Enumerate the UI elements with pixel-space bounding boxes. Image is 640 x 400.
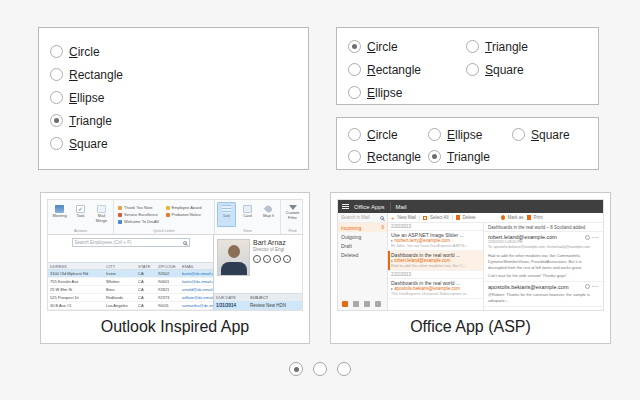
due-task-row: 1/31/2014 Review New HDN xyxy=(214,301,302,310)
mail-list-pane: 2/20/2013 Use an ASP.NET Image Slider ..… xyxy=(388,223,484,310)
radio-option[interactable]: Rectangle xyxy=(348,145,428,168)
pager-dot[interactable] xyxy=(289,362,303,376)
mail-merge-icon xyxy=(97,205,106,213)
radio-button-icon xyxy=(466,40,479,53)
radio-option[interactable]: Triangle xyxy=(466,35,598,58)
demo-card-outlook-inspired-app[interactable]: Meeting Task Mail Merge Actions xyxy=(40,192,310,344)
radio-button-icon xyxy=(50,137,63,150)
ribbon-button-task: Task xyxy=(71,202,90,227)
office-app-screenshot: Office Apps Mail Search in Mail Incoming xyxy=(337,199,604,311)
record-icon xyxy=(253,255,261,263)
radio-button-icon xyxy=(50,68,63,81)
quick-letter-item: Employee Award xyxy=(166,204,211,211)
ribbon-button-meeting: Meeting xyxy=(50,202,69,227)
ribbon-group-caption: Quick Letter xyxy=(116,227,212,234)
radio-option[interactable]: Square xyxy=(512,123,598,146)
radio-option[interactable]: Rectangle xyxy=(50,63,308,86)
date-group-row: 2/20/2013 xyxy=(388,223,483,231)
mail-list-item: Dashboards in the real world ... robert.… xyxy=(388,251,483,271)
notice-icon xyxy=(166,213,170,217)
employee-table-rows: 3100 Old Mphurst Rd Irvine CA 92602 bart… xyxy=(48,270,213,310)
pager-dot[interactable] xyxy=(313,362,327,376)
radio-option[interactable]: Ellipse xyxy=(50,86,308,109)
search-in-mail-input: Search in Mail xyxy=(338,213,387,223)
radio-option[interactable]: Triangle xyxy=(50,109,308,132)
radio-column-2: Triangle Square xyxy=(466,35,598,104)
ribbon-button-list-view: List xyxy=(217,202,236,227)
radio-column-1: Circle Rectangle Ellipse xyxy=(348,35,466,104)
ribbon-group-caption: Actions xyxy=(50,227,111,234)
radio-option-label: Circle xyxy=(367,128,398,142)
task-icon xyxy=(76,205,85,213)
quick-letter-item: Welcome To DevAV xyxy=(118,218,163,225)
radio-option-label: Triangle xyxy=(485,40,528,54)
select-all-icon xyxy=(423,216,427,220)
more-options-icon: ••• xyxy=(592,284,599,289)
plus-icon: + xyxy=(391,215,395,221)
radio-button-icon xyxy=(466,63,479,76)
radio-option-label: Rectangle xyxy=(367,150,421,164)
shape-radio-group-vertical: Circle Rectangle Ellipse Triangle Square xyxy=(38,27,309,170)
folder-item: Incoming 6 xyxy=(338,223,387,232)
radio-option[interactable]: Square xyxy=(50,132,308,155)
radio-option[interactable]: Square xyxy=(466,58,598,81)
search-placeholder: Search Employees (Ctrl + F) xyxy=(75,240,132,245)
radio-button-icon xyxy=(348,86,361,99)
radio-option-label: Triangle xyxy=(69,114,112,128)
radio-option[interactable]: Circle xyxy=(50,40,308,63)
contact-name: Bart Arnaz xyxy=(253,239,291,246)
card-title: Outlook Inspired App xyxy=(47,311,303,343)
mail-toolbar: + New Mail Select All Delete Mark as Pri… xyxy=(388,213,603,223)
quick-letter-item: Probation Notice xyxy=(166,211,211,218)
radio-option[interactable]: Ellipse xyxy=(348,81,466,104)
mail-tab: Mail xyxy=(396,204,407,210)
list-view-icon xyxy=(222,205,231,213)
mail-list-item: Dashboards in the real world ... apostol… xyxy=(388,279,483,299)
flag-icon xyxy=(118,206,122,210)
employee-table-header: DDRESS CITY STATE ZIPCODE EMAIL xyxy=(48,262,213,270)
radio-button-icon xyxy=(50,91,63,104)
table-row: 525 Prospect Dr Redlands CA 92373 willia… xyxy=(48,294,213,302)
radio-button-icon xyxy=(348,40,361,53)
radio-option[interactable]: Circle xyxy=(348,123,428,146)
meeting-icon xyxy=(55,205,64,213)
folder-item: Outgoing xyxy=(338,232,387,241)
ribbon-icon xyxy=(118,213,122,217)
radio-option[interactable]: Rectangle xyxy=(348,58,466,81)
contact-action-icons xyxy=(253,255,291,263)
search-icon xyxy=(380,216,384,220)
ribbon-button-card-view: Card xyxy=(238,202,257,227)
radio-option-label: Circle xyxy=(69,45,100,59)
ribbon-group-view: List Card Map It View xyxy=(215,200,281,234)
outlook-ribbon: Meeting Task Mail Merge Actions xyxy=(48,200,302,235)
table-row: 30 E Ave #1 Los Angeles CA 90011 samanth… xyxy=(48,302,213,310)
more-options-icon: ••• xyxy=(592,235,599,240)
quick-letter-item: Thank You Note xyxy=(118,204,163,211)
radio-option-label: Triangle xyxy=(447,150,490,164)
radio-option[interactable]: Circle xyxy=(348,35,466,58)
print-icon xyxy=(527,215,531,220)
radio-option[interactable]: Triangle xyxy=(428,145,512,168)
radio-option[interactable]: Ellipse xyxy=(428,123,512,146)
demo-card-office-app-asp[interactable]: Office Apps Mail Search in Mail Incoming xyxy=(330,192,611,344)
calendar-module-icon xyxy=(353,301,359,307)
radio-button-icon xyxy=(428,150,441,163)
ribbon-group-find: Custom Filter Find xyxy=(281,200,303,234)
radio-option-label: Rectangle xyxy=(367,63,421,77)
radio-option-label: Square xyxy=(485,63,524,77)
radio-button-icon xyxy=(50,45,63,58)
radio-button-icon xyxy=(428,128,441,141)
header-divider xyxy=(390,202,391,211)
mail-icon xyxy=(273,255,281,263)
hamburger-menu-icon xyxy=(342,204,349,209)
pager-dot[interactable] xyxy=(337,362,351,376)
radio-button-icon xyxy=(512,128,525,141)
radio-button-icon xyxy=(50,114,63,127)
radio-option-label: Ellipse xyxy=(367,86,402,100)
more-icon xyxy=(283,255,291,263)
sidebar-module-icons xyxy=(338,298,387,310)
mail-list-item: Use an ASP.NET Image Slider ... norbert.… xyxy=(388,231,483,251)
contact-title: Director of Engi xyxy=(253,247,291,252)
folder-item: Deleted xyxy=(338,250,387,259)
app-title: Office Apps xyxy=(354,204,385,210)
